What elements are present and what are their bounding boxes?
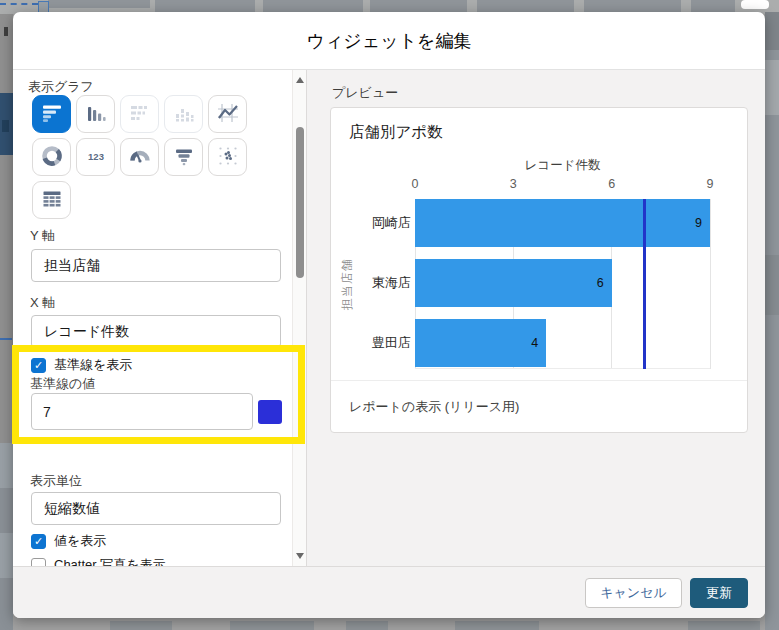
svg-text:123: 123 bbox=[88, 150, 104, 161]
background-block bbox=[346, 621, 388, 630]
background-glyph bbox=[2, 120, 9, 132]
metric-icon: 123 bbox=[83, 144, 109, 171]
background-block bbox=[765, 255, 779, 315]
chatter-photo-checkbox-row: Chatter 写真を表示 bbox=[31, 556, 166, 566]
background-block bbox=[0, 443, 13, 488]
horizontal-bar-icon bbox=[40, 101, 64, 128]
chart-type-horizontal-bar-button[interactable] bbox=[32, 95, 71, 133]
chart-title: 店舗別アポ数 bbox=[349, 122, 443, 143]
x-axis-label: X 軸 bbox=[30, 294, 55, 312]
show-values-checkbox[interactable]: ✓ bbox=[31, 534, 46, 549]
background-block bbox=[691, 0, 735, 12]
table-icon bbox=[40, 187, 64, 214]
y-axis-field[interactable]: 担当店舗 bbox=[31, 249, 281, 282]
background-block bbox=[110, 621, 172, 630]
background-glyph bbox=[4, 27, 8, 36]
donut-icon bbox=[40, 144, 64, 171]
background-block bbox=[765, 12, 779, 50]
bar-value-label: 9 bbox=[695, 199, 702, 247]
x-tick-label: 6 bbox=[608, 177, 615, 191]
chart-type-grid: 123 bbox=[32, 95, 254, 219]
stacked-vertical-bar-icon bbox=[172, 101, 196, 128]
update-button[interactable]: 更新 bbox=[690, 578, 748, 608]
background-block bbox=[48, 0, 150, 8]
chart-type-vertical-bar-button[interactable] bbox=[76, 95, 115, 133]
cancel-button[interactable]: キャンセル bbox=[585, 578, 682, 608]
vertical-bar-icon bbox=[84, 101, 108, 128]
reference-line bbox=[643, 199, 646, 369]
y-axis-title: 担当店舗 bbox=[339, 258, 356, 310]
show-values-checkbox-label: 値を表示 bbox=[54, 532, 106, 550]
chart-type-line-button[interactable] bbox=[208, 95, 247, 133]
preview-chart-card: 店舗別アポ数 レコード件数 0369岡崎店9東海店6豊田店4 担当店舗 レポート… bbox=[330, 107, 748, 433]
card-divider bbox=[331, 380, 747, 381]
background-block bbox=[477, 0, 574, 12]
chart-type-table-button[interactable] bbox=[32, 181, 71, 219]
scrollbar-thumb[interactable] bbox=[296, 127, 304, 278]
category-label: 岡崎店 bbox=[339, 199, 411, 247]
chart-type-funnel-button[interactable] bbox=[164, 138, 203, 176]
reference-value-input[interactable] bbox=[31, 393, 253, 430]
background-card-corner bbox=[741, 0, 769, 9]
display-unit-label: 表示単位 bbox=[30, 472, 82, 490]
chart-type-metric-button[interactable]: 123 bbox=[76, 138, 115, 176]
background-block bbox=[370, 0, 467, 12]
chatter-photo-checkbox[interactable] bbox=[31, 558, 46, 567]
reference-line-checkbox-row: ✓ 基準線を表示 bbox=[31, 356, 132, 374]
background-block bbox=[0, 533, 13, 578]
edit-widget-dialog: ウィジェットを編集 表示グラフ 123 Y 軸 担当店舗 X 軸 レコード件数 … bbox=[13, 12, 765, 618]
dialog-header: ウィジェットを編集 bbox=[13, 12, 765, 70]
view-report-link[interactable]: レポートの表示 (リリース用) bbox=[349, 398, 519, 416]
preview-area: プレビュー 店舗別アポ数 レコード件数 0369岡崎店9東海店6豊田店4 担当店… bbox=[307, 70, 765, 566]
reference-color-swatch[interactable] bbox=[258, 400, 282, 424]
bar-東海店: 6 bbox=[415, 259, 612, 307]
scroll-down-arrow-icon[interactable] bbox=[296, 553, 304, 559]
background-block bbox=[584, 0, 681, 12]
line-icon bbox=[216, 101, 240, 128]
background-block bbox=[263, 0, 363, 12]
x-axis-title: レコード件数 bbox=[415, 157, 710, 174]
category-label: 豊田店 bbox=[339, 319, 411, 367]
background-block bbox=[230, 621, 314, 630]
background-block bbox=[688, 621, 760, 630]
scroll-up-arrow-icon[interactable] bbox=[296, 77, 304, 83]
x-axis-field[interactable]: レコード件数 bbox=[31, 315, 281, 348]
gauge-icon bbox=[128, 144, 152, 171]
reference-value-label: 基準線の値 bbox=[30, 375, 95, 393]
bar-value-label: 6 bbox=[597, 259, 604, 307]
background-block bbox=[455, 621, 539, 630]
background-block bbox=[765, 60, 779, 115]
background-block bbox=[0, 488, 13, 533]
widget-settings-panel: 表示グラフ 123 Y 軸 担当店舗 X 軸 レコード件数 ✓ 基準線を表示 基… bbox=[13, 70, 307, 566]
dialog-footer: キャンセル 更新 bbox=[13, 566, 765, 618]
scatter-icon bbox=[216, 144, 240, 171]
bar-value-label: 4 bbox=[531, 319, 538, 367]
stacked-horizontal-bar-icon bbox=[128, 101, 152, 128]
selection-dashed-line bbox=[0, 3, 38, 5]
chart-type-section-label: 表示グラフ bbox=[28, 78, 94, 96]
reference-line-checkbox-label: 基準線を表示 bbox=[54, 356, 132, 374]
selection-dashed-line bbox=[0, 338, 12, 340]
chart-type-donut-button[interactable] bbox=[32, 138, 71, 176]
bar-豊田店: 4 bbox=[415, 319, 546, 367]
funnel-icon bbox=[172, 144, 196, 171]
x-tick-label: 3 bbox=[510, 177, 517, 191]
display-unit-field[interactable]: 短縮数値 bbox=[31, 492, 281, 525]
show-values-checkbox-row: ✓ 値を表示 bbox=[31, 532, 106, 550]
chart-type-scatter-button[interactable] bbox=[208, 138, 247, 176]
chart-type-gauge-button[interactable] bbox=[120, 138, 159, 176]
dialog-title: ウィジェットを編集 bbox=[307, 29, 472, 53]
chart-type-stacked-vertical-bar-button[interactable] bbox=[164, 95, 203, 133]
background-block bbox=[155, 0, 255, 12]
chart-type-stacked-horizontal-bar-button[interactable] bbox=[120, 95, 159, 133]
panel-scrollbar[interactable] bbox=[292, 70, 306, 566]
plot-baseline bbox=[415, 368, 710, 369]
background-block bbox=[0, 578, 13, 630]
bar-岡崎店: 9 bbox=[415, 199, 710, 247]
x-tick-label: 9 bbox=[707, 177, 714, 191]
preview-label: プレビュー bbox=[332, 84, 398, 102]
x-tick-label: 0 bbox=[412, 177, 419, 191]
y-axis-label: Y 軸 bbox=[30, 227, 55, 245]
reference-line-checkbox[interactable]: ✓ bbox=[31, 358, 46, 373]
chatter-photo-checkbox-label: Chatter 写真を表示 bbox=[54, 556, 166, 566]
